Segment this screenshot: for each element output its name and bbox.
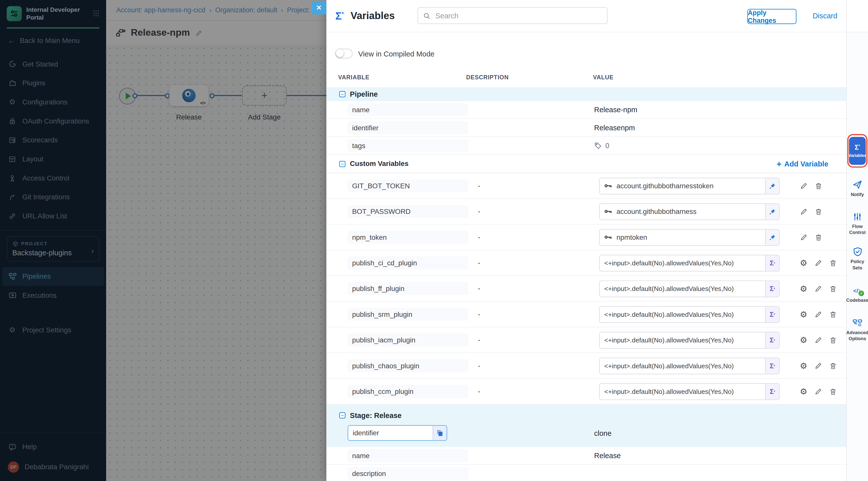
variable-description: -	[468, 259, 594, 267]
pin-icon[interactable]	[765, 203, 779, 219]
delete-variable-button[interactable]	[830, 285, 837, 292]
edit-variable-button[interactable]	[814, 336, 822, 344]
key-icon	[604, 233, 613, 241]
edit-variable-button[interactable]	[800, 207, 808, 215]
runtime-input-field[interactable]: <+input>.default(No).allowedValues(Yes,N…	[599, 357, 780, 374]
section-label: Stage: Release	[350, 411, 402, 419]
edit-variable-button[interactable]	[814, 310, 822, 318]
table-column-headers: VARIABLE DESCRIPTION VALUE	[327, 74, 847, 81]
collapse-icon[interactable]: −	[339, 161, 345, 167]
runtime-input-field[interactable]: <+input>.default(No).allowedValues(Yes,N…	[599, 332, 780, 348]
settings-gear-icon[interactable]: ⚙	[800, 310, 807, 318]
edit-variable-button[interactable]	[814, 362, 822, 370]
variables-drawer: ✕ Σˣ Variables Apply Changes Discard Vie…	[327, 0, 847, 481]
collapse-icon[interactable]: −	[339, 91, 345, 97]
runtime-input-field[interactable]: <+input>.default(No).allowedValues(Yes,N…	[599, 280, 780, 297]
sliders-icon	[853, 213, 862, 221]
settings-gear-icon[interactable]: ⚙	[800, 387, 807, 395]
runtime-input-field[interactable]: <+input>.default(No).allowedValues(Yes,N…	[599, 255, 780, 271]
table-row: tags 0	[327, 137, 847, 155]
variable-value: Release-npm	[594, 106, 638, 114]
variable-name-cell[interactable]: npm_token	[348, 231, 468, 244]
variable-name-cell[interactable]: GIT_BOT_TOKEN	[348, 179, 468, 192]
secret-value-field[interactable]: account.githubbotharness	[599, 203, 780, 220]
table-row: name Release-npm	[327, 101, 847, 119]
annotation-highlight	[847, 134, 868, 168]
runtime-input-icon[interactable]: Σˣ	[765, 307, 779, 322]
delete-variable-button[interactable]	[830, 387, 837, 395]
compiled-mode-toggle[interactable]	[335, 49, 352, 59]
variable-name-cell[interactable]: publish_iacm_plugin	[348, 334, 468, 347]
copy-icon[interactable]	[433, 426, 446, 440]
delete-variable-button[interactable]	[830, 336, 837, 344]
column-value: VALUE	[593, 74, 614, 81]
variable-name-cell[interactable]: publish_chaos_plugin	[348, 359, 468, 372]
discard-button[interactable]: Discard	[813, 12, 837, 20]
settings-gear-icon[interactable]: ⚙	[800, 259, 807, 267]
table-row: publish_srm_plugin - <+input>.default(No…	[327, 302, 847, 327]
variable-description: -	[468, 207, 594, 216]
apply-changes-button[interactable]: Apply Changes	[747, 9, 797, 24]
edit-variable-button[interactable]	[814, 259, 822, 267]
delete-variable-button[interactable]	[830, 259, 837, 267]
runtime-input-icon[interactable]: Σˣ	[765, 384, 779, 399]
pin-icon[interactable]	[765, 229, 779, 245]
search-icon	[423, 12, 431, 19]
add-variable-button[interactable]: + Add Variable	[777, 159, 828, 168]
variable-name-cell[interactable]: name	[348, 103, 468, 116]
search-box[interactable]	[417, 7, 608, 24]
delete-variable-button[interactable]	[815, 233, 822, 241]
variables-sigma-icon: Σˣ	[335, 10, 344, 22]
rail-tab-flow-control[interactable]: Flow Control	[847, 213, 868, 235]
runtime-input-field[interactable]: <+input>.default(No).allowedValues(Yes,N…	[599, 383, 780, 400]
search-input[interactable]	[434, 11, 602, 20]
pin-icon[interactable]	[765, 178, 779, 194]
secret-value-field[interactable]: npmtoken	[599, 229, 780, 246]
runtime-input-field[interactable]: <+input>.default(No).allowedValues(Yes,N…	[599, 306, 780, 323]
variable-value: Release	[594, 451, 621, 460]
pipeline-settings-rail: Σˣ Variables Notify Flow Control Policy …	[846, 0, 868, 481]
edit-variable-button[interactable]	[814, 285, 822, 292]
variable-name-cell[interactable]: BOT_PASSWORD	[348, 205, 468, 218]
settings-gear-icon[interactable]: ⚙	[800, 361, 807, 370]
delete-variable-button[interactable]	[830, 362, 837, 370]
settings-gear-icon[interactable]: ⚙	[800, 284, 807, 293]
table-row: npm_token - npmtoken	[327, 225, 847, 250]
variable-name-cell[interactable]: tags	[348, 139, 468, 152]
secret-value-field[interactable]: account.githubbotharnesstoken	[599, 178, 780, 194]
delete-variable-button[interactable]	[815, 207, 822, 215]
variable-value: clone	[594, 429, 612, 437]
variable-name-cell[interactable]: publish_srm_plugin	[348, 308, 468, 321]
runtime-input-icon[interactable]: Σˣ	[765, 358, 779, 373]
variable-name-cell[interactable]: publish_ff_plugin	[348, 282, 468, 295]
runtime-input-icon[interactable]: Σˣ	[765, 332, 779, 348]
runtime-input-icon[interactable]: Σˣ	[765, 281, 779, 296]
rail-tab-policy-sets[interactable]: Policy Sets	[847, 247, 868, 271]
delete-variable-button[interactable]	[830, 310, 837, 318]
rail-tab-advanced-options[interactable]: ⚙ Advanced Options	[847, 318, 868, 342]
variable-name-cell[interactable]: publish_ccm_plugin	[348, 385, 468, 398]
table-row: publish_iacm_plugin - <+input>.default(N…	[327, 327, 847, 353]
collapse-icon[interactable]: −	[339, 412, 345, 418]
variable-name-cell[interactable]: publish_ci_cd_plugin	[348, 256, 468, 269]
settings-gear-icon[interactable]: ⚙	[800, 335, 807, 344]
close-drawer-button[interactable]: ✕	[311, 1, 327, 14]
edit-variable-button[interactable]	[800, 182, 808, 190]
column-description: DESCRIPTION	[466, 74, 593, 81]
key-icon	[604, 182, 613, 190]
edit-variable-button[interactable]	[800, 233, 808, 241]
rail-tab-codebase[interactable]: </> ✓ Codebase	[847, 285, 868, 303]
delete-variable-button[interactable]	[815, 182, 822, 190]
section-custom-variables: − Custom Variables + Add Variable	[327, 155, 847, 173]
runtime-input-icon[interactable]: Σˣ	[765, 255, 779, 270]
plus-icon: +	[777, 159, 782, 168]
rail-tab-notify[interactable]: Notify	[847, 180, 868, 198]
stage-identifier-field[interactable]: identifier	[348, 425, 447, 441]
variable-name-cell[interactable]: name	[348, 449, 468, 462]
variable-name-cell[interactable]: description	[348, 467, 468, 480]
table-row: publish_chaos_plugin - <+input>.default(…	[327, 353, 847, 379]
check-icon: ✓	[858, 290, 865, 297]
variable-name-cell[interactable]: identifier	[348, 121, 468, 134]
app-root: Internal Developer Portal ← Back to Main…	[0, 0, 868, 481]
edit-variable-button[interactable]	[814, 387, 822, 395]
